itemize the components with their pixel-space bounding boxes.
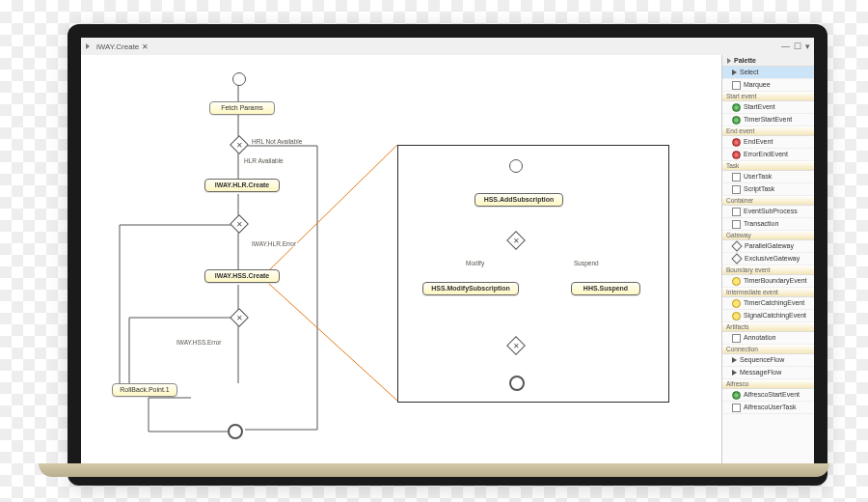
window-controls: — ☐ ▾ — [781, 42, 810, 51]
item-signal-catching-event[interactable]: SignalCatchingEvent — [722, 310, 814, 322]
menu-icon[interactable]: ▾ — [805, 42, 810, 51]
annotation-icon — [732, 334, 741, 343]
subprocess-icon — [732, 208, 741, 216]
task-rollback-point[interactable]: RollBack.Point.1 — [112, 383, 177, 397]
item-start-event[interactable]: StartEvent — [722, 101, 814, 114]
diagram-canvas[interactable]: Fetch Params HRL Not Available HLR Avail… — [81, 55, 722, 472]
sub-start-event[interactable] — [509, 159, 523, 173]
parallel-gateway-icon — [731, 240, 742, 251]
task-iway-hlr-create[interactable]: IWAY.HLR.Create — [204, 179, 280, 192]
item-alfresco-start-event[interactable]: AlfrescoStartEvent — [722, 389, 814, 402]
start-event-icon — [732, 103, 741, 112]
sequence-flow-icon — [732, 357, 737, 363]
tab-title: iWAY.Create — [96, 42, 139, 51]
message-flow-icon — [732, 370, 737, 376]
item-message-flow[interactable]: MessageFlow — [722, 367, 814, 379]
label-iway-hlr-error: IWAY.HLR.Error — [251, 240, 297, 247]
task-hss-add-subscription[interactable]: HSS.AddSubscription — [475, 193, 563, 207]
gateway-3[interactable] — [230, 308, 249, 327]
chevron-icon — [727, 58, 731, 64]
item-transaction[interactable]: Transaction — [722, 218, 814, 231]
tool-marquee[interactable]: Marquee — [722, 79, 814, 92]
task-hhs-suspend[interactable]: HHS.Suspend — [571, 282, 640, 295]
pointer-icon — [732, 70, 737, 75]
item-error-end-event[interactable]: ErrorEndEvent — [722, 149, 814, 161]
group-alfresco[interactable]: Alfresco — [722, 379, 814, 389]
item-event-sub-process[interactable]: EventSubProcess — [722, 206, 814, 218]
item-exclusive-gateway[interactable]: ExclusiveGateway — [722, 253, 814, 265]
start-event[interactable] — [232, 72, 246, 86]
item-user-task[interactable]: UserTask — [722, 171, 814, 183]
svg-line-12 — [269, 284, 397, 401]
minimize-icon[interactable]: — — [781, 42, 790, 51]
palette-panel: Palette Select Marquee Start event Start… — [721, 55, 814, 472]
group-boundary-event[interactable]: Boundary event — [722, 265, 814, 275]
script-task-icon — [732, 185, 741, 194]
tab-bar: iWAY.Create ✕ — ☐ ▾ — [81, 38, 814, 56]
transaction-icon — [732, 220, 741, 229]
item-end-event[interactable]: EndEvent — [722, 136, 814, 149]
app-window: iWAY.Create ✕ — ☐ ▾ — [68, 24, 827, 486]
item-annotation[interactable]: Annotation — [722, 332, 814, 345]
item-timer-catching-event[interactable]: TimerCatchingEvent — [722, 297, 814, 310]
close-icon[interactable]: ✕ — [142, 42, 149, 51]
task-hss-modify-subscription[interactable]: HSS.ModifySubscription — [422, 282, 519, 295]
item-script-task[interactable]: ScriptTask — [722, 183, 814, 196]
user-task-icon — [732, 173, 741, 181]
group-end-event[interactable]: End event — [722, 126, 814, 136]
timer-catching-icon — [732, 299, 741, 308]
svg-line-11 — [269, 145, 397, 270]
label-suspend: Suspend — [573, 260, 600, 266]
item-timer-start-event[interactable]: TimerStartEvent — [722, 114, 814, 126]
sub-end-event[interactable] — [509, 376, 525, 391]
group-start-event[interactable]: Start event — [722, 92, 814, 101]
group-gateway[interactable]: Gateway — [722, 231, 814, 240]
group-container[interactable]: Container — [722, 196, 814, 206]
item-sequence-flow[interactable]: SequenceFlow — [722, 354, 814, 367]
task-fetch-params[interactable]: Fetch Params — [209, 101, 275, 115]
item-parallel-gateway[interactable]: ParallelGateway — [722, 240, 814, 253]
end-event-icon — [732, 138, 741, 147]
error-end-icon — [732, 151, 741, 159]
exclusive-gateway-icon — [731, 253, 742, 264]
end-event[interactable] — [228, 424, 243, 439]
laptop-base — [39, 463, 829, 477]
gateway-1[interactable] — [230, 135, 249, 154]
gateway-2[interactable] — [230, 214, 249, 234]
label-hlr-available: HLR Available — [243, 157, 285, 164]
label-modify: Modify — [465, 260, 485, 266]
signal-catching-icon — [732, 312, 741, 321]
item-alfresco-user-task[interactable]: AlfrescoUserTask — [722, 402, 814, 414]
task-iway-hss-create[interactable]: IWAY.HSS.Create — [204, 269, 280, 283]
file-icon — [86, 43, 90, 49]
group-artifacts[interactable]: Artifacts — [722, 322, 814, 332]
group-connection[interactable]: Connection — [722, 345, 814, 354]
alfresco-start-icon — [732, 391, 741, 400]
alfresco-task-icon — [732, 404, 741, 412]
subprocess-frame[interactable] — [397, 145, 669, 403]
item-timer-boundary-event[interactable]: TimerBoundaryEvent — [722, 275, 814, 288]
editor-tab[interactable]: iWAY.Create ✕ — [96, 42, 149, 51]
group-task[interactable]: Task — [722, 161, 814, 171]
palette-header: Palette — [722, 55, 814, 67]
maximize-icon[interactable]: ☐ — [794, 42, 801, 51]
tool-select[interactable]: Select — [722, 67, 814, 79]
timer-boundary-icon — [732, 277, 741, 286]
timer-start-icon — [732, 116, 741, 125]
marquee-icon — [732, 81, 741, 90]
group-intermediate-event[interactable]: Intermediate event — [722, 288, 814, 297]
label-hlr-not-available: HRL Not Available — [251, 138, 303, 145]
label-iway-hss-error: IWAY.HSS.Error — [176, 339, 222, 346]
